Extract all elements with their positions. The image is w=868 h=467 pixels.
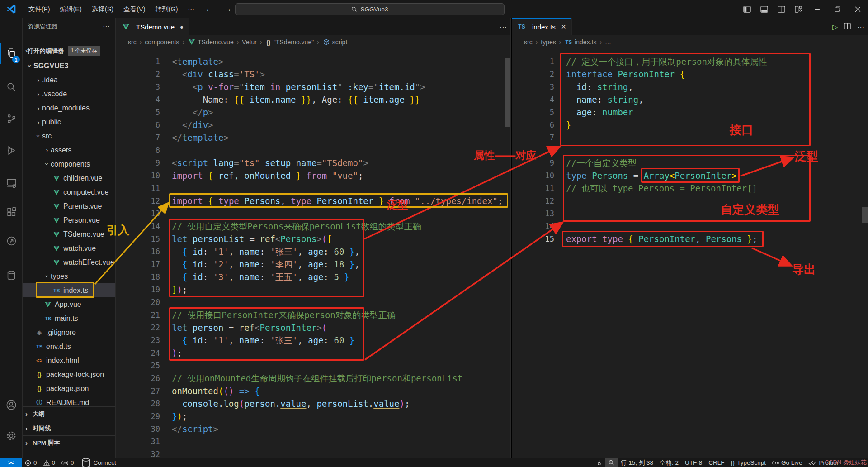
code-line-18[interactable]: 18 { id: '3', name: '王五', age: 5 } — [116, 271, 510, 283]
code-line-10[interactable]: 10import { ref, onMounted } from "vue"; — [116, 169, 510, 182]
tree-item-package-json[interactable]: {}package.json — [23, 381, 116, 396]
breadcrumb-item[interactable]: … — [605, 38, 611, 46]
code-line-6[interactable]: 6 </div> — [116, 119, 510, 131]
minimize-button[interactable] — [807, 0, 827, 18]
code-line-9[interactable]: 9<script lang="ts" setup name="TSdemo"> — [116, 157, 510, 169]
tree-item-person-vue[interactable]: Person.vue — [23, 213, 116, 227]
tree-item--gitignore[interactable]: ◈.gitignore — [23, 325, 116, 339]
restore-button[interactable] — [827, 0, 848, 18]
breadcrumb-right[interactable]: src›types›TSindex.ts›… — [512, 35, 868, 49]
section-3[interactable]: ›NPM 脚本 — [23, 435, 116, 450]
status-空格-2[interactable]: 空格: 2 — [656, 458, 682, 467]
tree-item-main-ts[interactable]: TSmain.ts — [23, 311, 116, 325]
tree-item-components[interactable]: ›components — [23, 157, 116, 171]
tree-item-computed-vue[interactable]: computed.vue — [23, 185, 116, 199]
tab-index-ts[interactable]: TS index.ts ✕ — [512, 18, 572, 35]
tree-item-index-ts[interactable]: TSindex.ts — [23, 283, 116, 297]
tree-item-tsdemo-vue[interactable]: TSdemo.vue — [23, 227, 116, 241]
code-line-22[interactable]: 22let person = ref<PersonInter>( — [116, 321, 510, 334]
code-line-14[interactable]: 14 — [512, 220, 868, 233]
breadcrumb-item[interactable]: index.ts — [575, 38, 596, 46]
code-line-20[interactable]: 20 — [116, 296, 510, 309]
code-line-8[interactable]: 8 — [512, 144, 868, 157]
code-line-1[interactable]: 1// 定义一个接口，用于限制person对象的具体属性 — [512, 55, 868, 68]
tree-item-parents-vue[interactable]: Parents.vue — [23, 199, 116, 213]
code-editor-index-ts[interactable]: 1// 定义一个接口，用于限制person对象的具体属性2interface P… — [512, 49, 868, 458]
search-icon[interactable] — [0, 76, 23, 98]
open-editors-section[interactable]: › 打开的编辑器 1 个未保存 — [23, 44, 116, 57]
menu-5[interactable]: 转到(G) — [151, 3, 183, 15]
breadcrumb-item[interactable]: components — [145, 38, 179, 46]
tree-item-sggvue3[interactable]: ›SGGVUE3 — [23, 59, 116, 73]
status-0[interactable]: 0 — [40, 458, 59, 467]
code-line-15[interactable]: 15let personList = ref<Persons>([ — [116, 233, 510, 245]
code-line-13[interactable]: 13 — [512, 207, 868, 220]
tree-item-env-d-ts[interactable]: TSenv.d.ts — [23, 339, 116, 353]
code-line-17[interactable]: 17 { id: '2', name: '李四', age: 18 }, — [116, 258, 510, 271]
close-window-button[interactable] — [848, 0, 868, 18]
code-line-1[interactable]: 1<template> — [116, 55, 510, 68]
nav-forward-icon[interactable]: → — [218, 4, 237, 14]
menu-3[interactable]: 选择(S) — [87, 3, 118, 15]
tree-item--idea[interactable]: ›.idea — [23, 73, 116, 87]
code-line-3[interactable]: 3 id: string, — [512, 81, 868, 93]
status-prettier[interactable]: Prettier — [805, 458, 842, 467]
code-editor-tsdemo[interactable]: 1<template>2 <div class='TS'>3 <p v-for=… — [116, 49, 510, 458]
tree-item-watcheffect-vue[interactable]: watchEffect.vue — [23, 255, 116, 269]
menu-1[interactable]: 文件(F) — [24, 3, 55, 15]
code-line-9[interactable]: 9//一个自定义类型 — [512, 157, 868, 169]
tree-item-children-vue[interactable]: children.vue — [23, 171, 116, 185]
toggle-secondary-sidebar-icon[interactable] — [773, 0, 790, 18]
tree-item-types[interactable]: ›types — [23, 269, 116, 283]
breadcrumb-item[interactable]: types — [541, 38, 556, 46]
more-actions-icon[interactable]: ⋯ — [857, 23, 864, 31]
source-control-icon[interactable] — [0, 108, 23, 129]
remote-explorer-icon[interactable] — [0, 172, 23, 194]
status-crlf[interactable]: CRLF — [705, 458, 727, 467]
tree-item-public[interactable]: ›public — [23, 115, 116, 129]
code-line-7[interactable]: 7 — [512, 131, 868, 144]
status-go-live[interactable]: Go Live — [769, 458, 806, 467]
menu-6[interactable]: ⋯ — [183, 3, 199, 15]
tree-item-assets[interactable]: ›assets — [23, 143, 116, 157]
code-line-12[interactable]: 12 — [512, 195, 868, 207]
settings-icon[interactable] — [0, 425, 23, 447]
scrollbar-right[interactable] — [862, 207, 868, 223]
code-line-21[interactable]: 21// 使用接口PersonInter来确保person对象的类型正确 — [116, 309, 510, 321]
tree-item-src[interactable]: ›src — [23, 129, 116, 143]
status-0[interactable]: 0 — [58, 458, 77, 467]
editor-actions-left[interactable]: ⋯ — [500, 18, 507, 35]
run-file-icon[interactable]: ▷ — [832, 23, 838, 31]
account-icon[interactable] — [0, 394, 23, 416]
code-line-5[interactable]: 5 age: number — [512, 106, 868, 119]
status-utf-8[interactable]: UTF-8 — [682, 458, 705, 467]
code-line-19[interactable]: 19]); — [116, 283, 510, 296]
code-line-28[interactable]: 28 console.log(person.value, personList.… — [116, 397, 510, 410]
code-line-5[interactable]: 5 </p> — [116, 106, 510, 119]
live-circle-icon[interactable] — [0, 230, 23, 252]
code-line-24[interactable]: 24); — [116, 347, 510, 359]
code-line-6[interactable]: 6} — [512, 119, 868, 131]
code-line-29[interactable]: 29}); — [116, 410, 510, 423]
code-line-4[interactable]: 4 Name: {{ item.name }}, Age: {{ item.ag… — [116, 93, 510, 106]
close-tab-icon[interactable]: ✕ — [561, 23, 566, 30]
tree-item-node-modules[interactable]: ›node_modules — [23, 101, 116, 115]
code-line-8[interactable]: 8 — [116, 144, 510, 157]
tree-item-index-html[interactable]: <>index.html — [23, 353, 116, 367]
code-line-12[interactable]: 12import { type Persons, type PersonInte… — [116, 195, 510, 207]
status-0[interactable]: 0 — [22, 458, 40, 467]
status-行-15-列-38[interactable]: 行 15, 列 38 — [618, 458, 656, 467]
tree-item-package-lock-json[interactable]: {}package-lock.json — [23, 367, 116, 381]
code-line-16[interactable]: 16 { id: '1', name: '张三', age: 60 }, — [116, 245, 510, 258]
section-1[interactable]: ›大纲 — [23, 406, 116, 421]
status-connect[interactable]: Connect — [77, 458, 119, 467]
code-line-11[interactable]: 11 — [116, 182, 510, 195]
code-line-13[interactable]: 13 — [116, 207, 510, 220]
breadcrumb-item[interactable]: src — [128, 38, 137, 46]
tree-item--vscode[interactable]: ›.vscode — [23, 87, 116, 101]
code-line-3[interactable]: 3 <p v-for="item in personList" :key="it… — [116, 81, 510, 93]
code-line-11[interactable]: 11// 也可以 type Persons = PersonInter[] — [512, 182, 868, 195]
breadcrumb-item[interactable]: "TSdemo.vue" — [274, 38, 314, 46]
explorer-more-icon[interactable]: ⋯ — [103, 22, 110, 30]
split-editor-icon[interactable] — [844, 23, 851, 31]
